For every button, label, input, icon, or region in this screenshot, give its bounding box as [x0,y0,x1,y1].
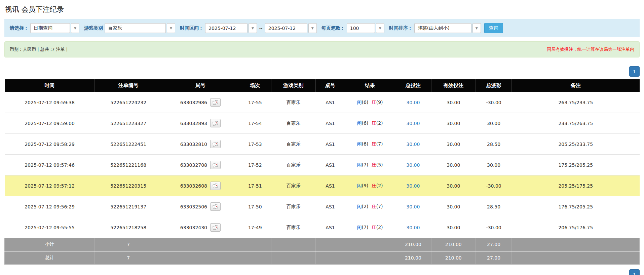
chevron-down-icon[interactable]: ▼ [308,23,317,33]
view-cards-button[interactable] [210,202,221,211]
round-number: 633032810 [180,142,207,147]
result-player: 闲 [357,100,362,105]
total-bet-link[interactable]: 30.00 [406,183,420,189]
cell-payout: 28.50 [476,134,512,155]
total-bet-link[interactable]: 30.00 [406,100,420,105]
cell-time: 2025-07-12 09:55:55 [5,217,95,238]
query-type-select[interactable]: 日期查询 ▼ [30,23,79,33]
cell-bet-no: 522651221168 [95,155,162,175]
result-player-value: (2) [362,204,368,209]
time-sort-value[interactable]: 降冪(由大到小) [414,23,471,33]
page-1-button[interactable]: 1 [629,269,640,275]
cell-total-bet: 30.00 [395,175,431,196]
cell-time: 2025-07-12 09:56:29 [5,196,95,217]
cell-session: 17-55 [239,92,271,113]
empty-cell [316,251,345,265]
table-row[interactable]: 2025-07-12 09:57:46 522651221168 6330327… [5,155,640,175]
query-type-value[interactable]: 日期查询 [30,23,70,33]
cell-time: 2025-07-12 09:57:46 [5,155,95,175]
result-player: 闲 [357,162,362,167]
table-row[interactable]: 2025-07-12 09:59:00 522651223327 6330328… [5,113,640,134]
cell-payout: -30.00 [476,175,512,196]
table-row[interactable]: 2025-07-12 09:57:12 522651220315 6330326… [5,175,640,196]
game-type-select[interactable]: 百家乐 ▼ [105,23,175,33]
summary-bar: 币别：人民币 | 总共 :7 注单 | 同局有效投注，统一计算在该局第一张注单内 [4,41,640,57]
total-bet-link[interactable]: 30.00 [406,225,420,230]
select-type-label: 请选择： [10,25,29,31]
cell-round-no: 633032608 [162,175,239,196]
cell-total-bet: 30.00 [395,155,431,175]
view-cards-button[interactable] [210,140,221,148]
total-bet-link[interactable]: 30.00 [406,204,420,209]
col-header-game-type: 游戏类别 [271,79,315,92]
cards-icon [213,163,218,167]
empty-cell [316,238,345,251]
total-label: 总计 [5,251,95,265]
time-sort-select[interactable]: 降冪(由大到小) ▼ [414,23,481,33]
game-type-value[interactable]: 百家乐 [105,23,166,33]
date-to-select[interactable]: 2025-07-12 ▼ [265,23,317,33]
result-player: 闲 [357,225,362,230]
total-bet-link[interactable]: 30.00 [406,121,420,126]
view-cards-button[interactable] [210,161,221,169]
empty-cell [271,251,315,265]
cell-payout: 30.00 [476,155,512,175]
total-bet-link[interactable]: 30.00 [406,162,420,168]
cell-total-bet: 30.00 [395,92,431,113]
chevron-down-icon[interactable]: ▼ [472,23,481,33]
cards-icon [213,142,218,147]
result-player-value: (6) [362,100,368,105]
cell-round-no: 633032708 [162,155,239,175]
date-to-value[interactable]: 2025-07-12 [265,23,307,33]
cell-valid-bet: 30.00 [431,217,476,238]
cell-table-no: AS1 [316,92,345,113]
cell-remark: 176.75/205.25 [512,196,640,217]
view-cards-button[interactable] [210,223,221,232]
result-player-value: (7) [362,225,368,230]
cell-time: 2025-07-12 09:59:38 [5,92,95,113]
total-row: 总计 7 210.00 210.00 27.00 [5,251,640,265]
cell-bet-no: 522651222451 [95,134,162,155]
cell-session: 17-50 [239,196,271,217]
table-row[interactable]: 2025-07-12 09:56:29 522651219137 6330325… [5,196,640,217]
currency-total-text: 币别：人民币 | 总共 :7 注单 | [10,46,68,52]
subtotal-payout: 27.00 [476,238,512,251]
page-size-select[interactable]: 100 ▼ [347,23,384,33]
empty-cell [162,238,239,251]
cell-payout: 30.00 [476,113,512,134]
total-valid-bet: 210.00 [431,251,476,265]
table-row[interactable]: 2025-07-12 09:59:38 522651224232 6330329… [5,92,640,113]
cell-session: 17-52 [239,155,271,175]
cards-icon [213,100,218,105]
cell-remark: 263.75/233.75 [512,92,640,113]
col-header-session: 场次 [239,79,271,92]
empty-cell [162,251,239,265]
table-body: 2025-07-12 09:59:38 522651224232 6330329… [5,92,640,238]
result-banker-value: (2) [376,225,383,230]
date-from-value[interactable]: 2025-07-12 [205,23,248,33]
page-1-button[interactable]: 1 [629,66,640,77]
game-type-label: 游戏类别 [84,25,103,31]
cell-valid-bet: 30.00 [431,113,476,134]
cell-bet-no: 522651219137 [95,196,162,217]
cell-session: 17-51 [239,175,271,196]
table-row[interactable]: 2025-07-12 09:55:55 522651218258 6330324… [5,217,640,238]
empty-cell [239,238,271,251]
page-size-value[interactable]: 100 [347,23,375,33]
chevron-down-icon[interactable]: ▼ [249,23,257,33]
chevron-down-icon[interactable]: ▼ [376,23,384,33]
result-banker: 庄 [372,100,376,105]
cell-valid-bet: 30.00 [431,196,476,217]
view-cards-button[interactable] [210,182,221,190]
date-from-select[interactable]: 2025-07-12 ▼ [205,23,257,33]
view-cards-button[interactable] [210,119,221,127]
result-banker: 庄 [372,141,376,147]
chevron-down-icon[interactable]: ▼ [71,23,79,33]
cell-table-no: AS1 [316,196,345,217]
total-bet-link[interactable]: 30.00 [406,142,420,147]
cell-bet-no: 522651220315 [95,175,162,196]
chevron-down-icon[interactable]: ▼ [167,23,175,33]
view-cards-button[interactable] [210,98,221,107]
table-row[interactable]: 2025-07-12 09:58:29 522651222451 6330328… [5,134,640,155]
search-button[interactable]: 查询 [484,23,503,33]
